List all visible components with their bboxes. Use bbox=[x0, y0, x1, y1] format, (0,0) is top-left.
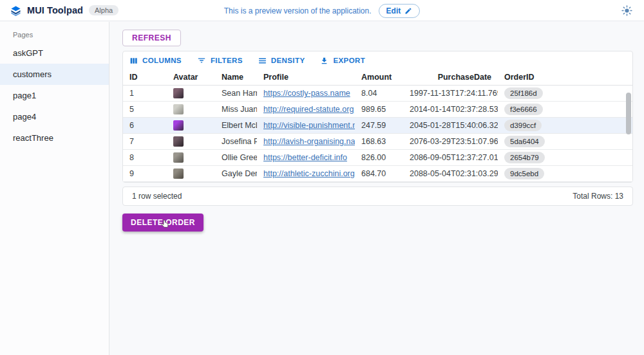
vertical-scrollbar[interactable] bbox=[626, 89, 631, 180]
cell-orderid: f3e6666 bbox=[498, 104, 556, 115]
column-header-purchasedate[interactable]: PurchaseDate bbox=[403, 73, 498, 82]
cell-amount: 826.00 bbox=[355, 153, 403, 162]
cell-name: Josefina P... bbox=[215, 137, 257, 146]
table-row[interactable]: 1 Sean Harris https://costly-pass.name 8… bbox=[123, 86, 632, 102]
column-header-orderid[interactable]: OrderID bbox=[498, 73, 556, 82]
cell-id: 5 bbox=[123, 105, 167, 114]
sidebar-item-customers[interactable]: customers bbox=[0, 64, 109, 85]
cell-name: Elbert McL... bbox=[215, 121, 257, 130]
pencil-icon bbox=[404, 7, 412, 15]
profile-link[interactable]: http://athletic-zucchini.org bbox=[263, 169, 355, 178]
cell-id: 8 bbox=[123, 153, 167, 162]
profile-link[interactable]: http://required-statute.org bbox=[263, 105, 354, 114]
avatar-image bbox=[173, 120, 184, 131]
filter-icon bbox=[197, 56, 206, 65]
profile-link[interactable]: http://visible-punishment.net bbox=[263, 121, 355, 130]
delete-order-button[interactable]: DELETE ORDER bbox=[122, 214, 204, 232]
cell-orderid: d399ccf bbox=[498, 120, 556, 131]
profile-link[interactable]: http://lavish-organising.name bbox=[263, 137, 355, 146]
density-button[interactable]: DENSITY bbox=[258, 57, 305, 65]
cell-id: 7 bbox=[123, 137, 167, 146]
cell-purchasedate: 2014-01-14T02:37:28.536Z bbox=[403, 105, 498, 114]
export-button-label: EXPORT bbox=[333, 57, 365, 64]
filters-button-label: FILTERS bbox=[211, 57, 243, 64]
cell-orderid: 5da6404 bbox=[498, 136, 556, 147]
cell-purchasedate: 2088-05-04T02:31:03.294Z bbox=[403, 169, 498, 178]
refresh-button[interactable]: REFRESH bbox=[122, 30, 181, 46]
avatar-image bbox=[173, 152, 184, 163]
cell-purchasedate: 2045-01-28T15:40:06.325Z bbox=[403, 121, 498, 130]
cell-name: Miss Juan ... bbox=[215, 105, 257, 114]
cell-amount: 247.59 bbox=[355, 121, 403, 130]
table-header-row: ID Avatar Name Profile Amount PurchaseDa… bbox=[123, 69, 632, 86]
cell-purchasedate: 1997-11-13T17:24:11.769Z bbox=[403, 89, 498, 98]
table-row[interactable]: 6 Elbert McL... http://visible-punishmen… bbox=[123, 118, 632, 134]
orderid-chip: 2654b79 bbox=[504, 152, 545, 163]
grid-toolbar: COLUMNS FILTERS DENSITY bbox=[123, 51, 632, 69]
cell-name: Sean Harris bbox=[215, 89, 257, 98]
app-bar: MUI Toolpad Alpha This is a preview vers… bbox=[0, 0, 644, 21]
cell-id: 6 bbox=[123, 121, 167, 130]
cell-profile: https://better-deficit.info bbox=[257, 153, 355, 162]
sidebar-item-reactThree[interactable]: reactThree bbox=[0, 127, 109, 149]
cell-orderid: 9dc5ebd bbox=[498, 168, 556, 179]
cell-amount: 8.04 bbox=[355, 89, 403, 98]
cell-avatar bbox=[167, 88, 215, 98]
table-row[interactable]: 8 Ollie Green... https://better-deficit.… bbox=[123, 150, 632, 166]
grid-footer: 1 row selected Total Rows: 13 bbox=[122, 187, 633, 206]
sidebar: Pages askGPT customers page1 page4 react… bbox=[0, 22, 109, 355]
column-header-id[interactable]: ID bbox=[123, 73, 167, 82]
cell-id: 9 bbox=[123, 169, 167, 178]
cell-profile: https://costly-pass.name bbox=[257, 89, 355, 98]
cell-amount: 168.63 bbox=[355, 137, 403, 146]
main-content: REFRESH COLUMNS FILTERS bbox=[110, 22, 644, 355]
cell-profile: http://athletic-zucchini.org bbox=[257, 169, 355, 178]
density-icon bbox=[258, 57, 267, 65]
cell-profile: http://lavish-organising.name bbox=[257, 137, 355, 146]
edit-button[interactable]: Edit bbox=[379, 4, 421, 18]
cell-avatar bbox=[167, 120, 215, 131]
columns-button[interactable]: COLUMNS bbox=[129, 57, 182, 65]
filters-button[interactable]: FILTERS bbox=[197, 56, 243, 65]
cell-avatar bbox=[167, 152, 215, 163]
table-row[interactable]: 9 Gayle Den... http://athletic-zucchini.… bbox=[123, 166, 632, 182]
column-header-profile[interactable]: Profile bbox=[257, 73, 355, 82]
profile-link[interactable]: https://better-deficit.info bbox=[263, 153, 347, 162]
profile-link[interactable]: https://costly-pass.name bbox=[263, 89, 350, 98]
cell-purchasedate: 2086-09-05T12:37:27.015Z bbox=[403, 153, 498, 162]
sidebar-item-label: reactThree bbox=[13, 133, 53, 143]
column-header-name[interactable]: Name bbox=[215, 73, 257, 82]
sidebar-item-label: customers bbox=[13, 69, 52, 79]
density-button-label: DENSITY bbox=[271, 57, 305, 64]
selection-status: 1 row selected bbox=[132, 192, 182, 201]
export-button[interactable]: EXPORT bbox=[320, 57, 365, 65]
delete-order-label: DELETE ORDER bbox=[131, 218, 195, 227]
total-rows-label: Total Rows: 13 bbox=[573, 192, 623, 201]
orderid-chip: 5da6404 bbox=[504, 136, 545, 147]
column-header-amount[interactable]: Amount bbox=[355, 73, 403, 82]
cell-amount: 684.70 bbox=[355, 169, 403, 178]
avatar-image bbox=[173, 104, 184, 114]
sidebar-item-label: page1 bbox=[13, 91, 36, 100]
table-row[interactable]: 7 Josefina P... http://lavish-organising… bbox=[123, 134, 632, 150]
sidebar-item-askGPT[interactable]: askGPT bbox=[0, 42, 109, 64]
table-body: 1 Sean Harris https://costly-pass.name 8… bbox=[123, 86, 632, 182]
data-grid: COLUMNS FILTERS DENSITY bbox=[122, 51, 633, 183]
sidebar-item-label: page4 bbox=[13, 112, 36, 122]
sidebar-section-label: Pages bbox=[0, 22, 109, 42]
scrollbar-thumb[interactable] bbox=[626, 93, 631, 134]
sidebar-item-label: askGPT bbox=[13, 48, 43, 58]
cell-amount: 989.65 bbox=[355, 105, 403, 114]
avatar-image bbox=[173, 168, 184, 179]
cell-purchasedate: 2076-03-29T23:51:07.968Z bbox=[403, 137, 498, 146]
sidebar-item-page1[interactable]: page1 bbox=[0, 85, 109, 106]
table-row[interactable]: 5 Miss Juan ... http://required-statute.… bbox=[123, 102, 632, 118]
sidebar-item-page4[interactable]: page4 bbox=[0, 106, 109, 127]
cell-name: Gayle Den... bbox=[215, 169, 257, 178]
export-download-icon bbox=[320, 57, 328, 65]
column-header-avatar[interactable]: Avatar bbox=[167, 73, 215, 82]
cell-avatar bbox=[167, 136, 215, 147]
cell-profile: http://visible-punishment.net bbox=[257, 121, 355, 130]
columns-icon bbox=[129, 57, 138, 65]
cell-id: 1 bbox=[123, 89, 167, 98]
